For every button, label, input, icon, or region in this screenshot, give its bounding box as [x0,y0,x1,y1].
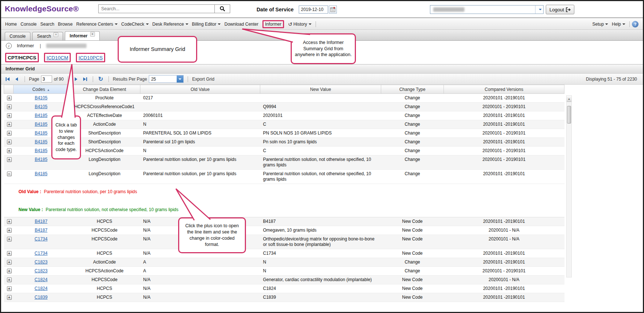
column-header-new-value[interactable]: New Value [260,85,381,94]
cell-change-type: Change [381,94,444,103]
expand-icon[interactable]: + [7,113,12,118]
logout-button[interactable]: Logout [546,5,574,14]
column-header-codes[interactable]: Codes▲ [14,85,69,94]
nav-item-history[interactable]: ↺History [286,21,313,28]
expand-icon[interactable]: + [7,269,12,273]
code-link[interactable]: B4185 [35,157,48,162]
nav-item-browse[interactable]: Browse [56,21,74,28]
code-link[interactable]: C1839 [34,295,47,300]
cell-compared-versions: 20200101 -20190101 [444,249,564,258]
code-tab-icd10pcs[interactable]: ICD10PCS [78,55,103,60]
chevron-down-icon [622,23,625,25]
prev-page-button[interactable] [13,76,21,83]
expand-icon[interactable]: + [7,286,12,291]
cell-code: C1823 [14,258,69,267]
cell-change-data-element: HCPCS [69,217,140,226]
code-link[interactable]: B4105 [35,104,48,109]
expand-icon[interactable]: + [7,237,12,242]
column-header-old-value[interactable]: Old Value [140,85,260,94]
tab-search[interactable]: Search× [32,32,63,40]
code-link[interactable]: B4185 [35,139,48,144]
nav-item-home[interactable]: Home [3,21,19,28]
main-nav: HomeConsoleSearchBrowseReference Centers… [1,18,643,30]
column-header-compared-versions[interactable]: Compared Versions [444,85,564,94]
close-icon[interactable]: × [90,32,95,37]
table-row: +C1824HCPCSN/AC1824New Code20200101 -201… [4,284,564,293]
code-link[interactable]: C1823 [34,268,47,273]
calendar-icon [330,7,335,12]
nav-item-setup[interactable]: Setup [590,21,610,28]
first-page-button[interactable] [4,76,11,83]
expand-icon[interactable]: + [7,140,12,144]
expand-icon[interactable]: + [7,251,12,256]
nav-item-download-center[interactable]: Download Center [222,21,260,28]
nav-item-billing-editor[interactable]: Billing Editor [190,21,223,28]
search-input[interactable] [98,4,215,13]
tab-informer[interactable]: Informer× [65,31,100,40]
displaying-status: Displaying 51 - 75 of 2230 [586,77,637,82]
highlight-box: ICD10CM [44,53,71,62]
global-search [98,4,230,13]
cell-old-value: N/A [140,276,260,284]
collapse-icon[interactable]: − [7,172,12,176]
code-tab-cpt-hcpcs[interactable]: CPT/HCPCS [8,55,36,60]
help-icon[interactable]: ? [632,21,639,27]
code-link[interactable]: C1734 [34,236,47,242]
code-link[interactable]: B4185 [35,171,48,176]
cell-change-type: Change [381,120,444,129]
divider [93,76,93,82]
column-header-change-data-element[interactable]: Change Data Element [69,85,140,94]
code-link[interactable]: B4105 [35,95,48,100]
results-per-page-select[interactable]: 25 [149,75,184,83]
expand-icon[interactable]: + [7,96,12,100]
expand-icon[interactable]: + [7,148,12,153]
expand-icon[interactable]: + [7,219,12,224]
user-dropdown[interactable] [430,5,544,14]
cell-change-type: Change [381,170,444,184]
nav-item-codecheck[interactable]: CodeCheck [119,21,151,28]
code-link[interactable]: B4185 [35,148,48,153]
tab-console[interactable]: Console [5,32,30,40]
scroll-up-icon[interactable]: ▲ [567,96,571,102]
nav-item-desk-reference[interactable]: Desk Reference [151,21,190,28]
page-number-input[interactable] [41,76,52,82]
code-link[interactable]: B4185 [35,130,48,136]
code-link[interactable]: B4187 [35,219,48,224]
code-link[interactable]: C1734 [34,251,47,256]
next-page-button[interactable] [72,76,80,83]
nav-item-help[interactable]: Help [610,21,627,28]
expand-icon[interactable]: + [7,104,12,109]
search-button[interactable] [215,4,230,13]
expand-icon[interactable]: + [7,260,12,265]
nav-item-search[interactable]: Search [38,21,56,28]
code-link[interactable]: C1824 [34,286,47,291]
expand-icon[interactable]: + [7,228,12,233]
date-of-service-input[interactable] [299,5,328,14]
code-link[interactable]: C1823 [34,259,47,265]
expand-icon[interactable]: + [7,157,12,162]
column-header-change-type[interactable]: Change Type [381,85,444,94]
nav-item-informer[interactable]: Informer [260,20,286,28]
code-link[interactable]: C1824 [34,277,47,282]
export-grid-button[interactable]: Export Grid [192,77,214,82]
nav-item-console[interactable]: Console [19,21,38,28]
calendar-button[interactable] [329,5,337,14]
expand-icon[interactable]: + [7,131,12,136]
last-page-button[interactable] [81,76,89,83]
sort-asc-icon: ▲ [47,88,50,92]
close-icon[interactable]: × [54,32,58,37]
nav-item-reference-centers[interactable]: Reference Centers [74,21,119,28]
expand-icon[interactable]: + [7,295,12,300]
scrollbar-thumb[interactable] [567,106,571,124]
code-tab-icd10cm[interactable]: ICD10CM [47,55,68,60]
refresh-button[interactable]: ↻ [97,76,104,83]
detail-old-label: Old Value : [19,189,41,194]
logout-label: Logout [549,7,564,12]
code-link[interactable]: B4185 [35,113,48,118]
vertical-scrollbar[interactable]: ▲ [566,95,572,277]
expand-icon[interactable]: + [7,122,12,127]
cell-change-data-element: HCPCSCode [69,226,140,235]
code-link[interactable]: B4187 [35,228,48,233]
code-link[interactable]: B4185 [35,122,48,127]
expand-icon[interactable]: + [7,277,12,282]
